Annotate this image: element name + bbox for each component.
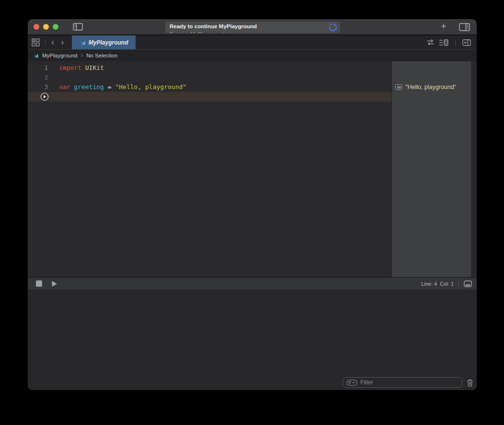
stop-execution-button[interactable] xyxy=(36,280,42,287)
console-filter-field[interactable] xyxy=(343,377,462,388)
debug-bar: Line: 4 Col: 1 xyxy=(28,277,477,290)
library-add-button[interactable]: + xyxy=(438,21,449,32)
run-line-button[interactable] xyxy=(40,92,49,101)
progress-spinner-icon xyxy=(328,22,339,33)
editor-options-icon[interactable] xyxy=(439,39,448,46)
code-line[interactable]: 3var greeting = "Hello, playground" xyxy=(28,82,391,92)
run-playground-button[interactable] xyxy=(51,280,57,287)
tab-myplayground[interactable]: MyPlayground xyxy=(72,35,136,49)
close-window-button[interactable] xyxy=(34,24,39,30)
editor-right-strip xyxy=(471,61,477,277)
zoom-window-button[interactable] xyxy=(53,24,58,30)
split-editor-icon[interactable] xyxy=(459,23,470,31)
titlebar: Ready to continue MyPlayground Running M… xyxy=(28,19,477,34)
breadcrumb-separator: › xyxy=(81,51,83,59)
filter-icon[interactable] xyxy=(346,380,357,386)
line-number: 1 xyxy=(28,63,53,73)
code-line[interactable]: 1import UIKit xyxy=(28,63,391,73)
minimize-window-button[interactable] xyxy=(43,24,49,30)
navigator-sidebar-toggle-icon[interactable] xyxy=(73,23,83,31)
breadcrumb-selection[interactable]: No Selection xyxy=(86,53,117,58)
debugbar-divider xyxy=(458,280,459,287)
swift-file-icon xyxy=(79,39,86,46)
console-area[interactable] xyxy=(28,290,477,390)
line-number: 3 xyxy=(28,82,53,92)
clear-console-trash-icon[interactable] xyxy=(467,379,473,387)
console-toggle-icon[interactable] xyxy=(464,280,472,287)
tab-bar: ‹ › MyPlayground xyxy=(28,35,477,49)
xcode-window: Ready to continue MyPlayground Running M… xyxy=(28,19,477,390)
code-line[interactable]: 2 xyxy=(28,73,391,82)
code-editor[interactable]: 1import UIKit23var greeting = "Hello, pl… xyxy=(28,61,391,277)
breadcrumb-file[interactable]: MyPlayground xyxy=(42,53,78,58)
go-back-button[interactable]: ‹ xyxy=(48,37,57,46)
jump-bar: MyPlayground › No Selection xyxy=(28,49,477,61)
add-editor-icon[interactable] xyxy=(462,39,471,46)
status-secondary-text: Running MyPlayground xyxy=(170,31,224,33)
editor-area: 1import UIKit23var greeting = "Hello, pl… xyxy=(28,61,477,277)
activity-status-display: Ready to continue MyPlayground Running M… xyxy=(165,22,340,33)
playground-result-item: "Hello, playground" xyxy=(395,82,456,92)
tabbar-divider xyxy=(45,39,46,46)
code-line[interactable] xyxy=(28,92,391,101)
go-forward-button[interactable]: › xyxy=(57,37,67,46)
tab-label: MyPlayground xyxy=(89,39,128,46)
tab-overview-icon[interactable] xyxy=(32,38,40,46)
code-text: var greeting = "Hello, playground" xyxy=(59,82,186,92)
show-result-inline-icon[interactable] xyxy=(395,84,402,90)
line-number: 2 xyxy=(28,73,53,82)
status-primary-text: Ready to continue MyPlayground xyxy=(170,23,257,29)
code-text: import UIKit xyxy=(59,63,104,73)
cursor-position-indicator: Line: 4 Col: 1 xyxy=(421,281,454,287)
filter-input[interactable] xyxy=(360,379,458,386)
swift-file-icon-small xyxy=(32,52,39,59)
swap-editors-icon[interactable] xyxy=(426,39,435,45)
tabbar-divider-2 xyxy=(455,39,456,46)
result-value: "Hello, playground" xyxy=(405,84,456,90)
playground-results-sidebar: "Hello, playground" xyxy=(391,61,471,277)
